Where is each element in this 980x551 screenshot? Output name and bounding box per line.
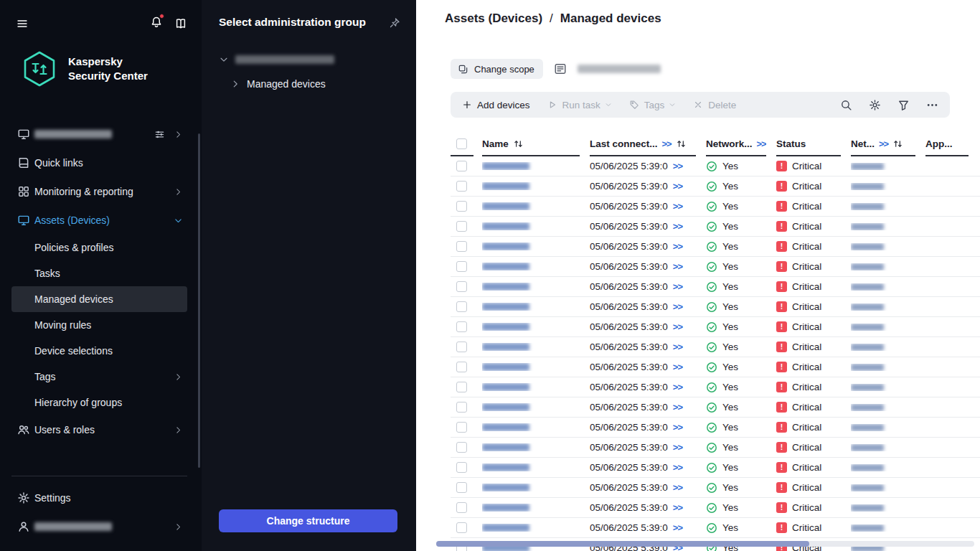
gear-icon[interactable] — [869, 99, 881, 111]
sort-icon[interactable] — [676, 138, 687, 149]
sidebar-item-quick-links[interactable]: Quick links — [11, 149, 187, 177]
row-checkbox[interactable] — [456, 462, 467, 473]
row-checkbox[interactable] — [456, 522, 467, 533]
expand-cell-link[interactable]: >> — [673, 382, 682, 392]
add-devices-button[interactable]: Add devices — [453, 92, 539, 118]
col-header-last-connected[interactable]: Last connect... — [590, 138, 658, 149]
device-name-redacted[interactable] — [482, 303, 529, 311]
expand-cell-link[interactable]: >> — [673, 321, 682, 332]
search-icon[interactable] — [840, 99, 852, 111]
expand-column-link[interactable]: >> — [662, 138, 672, 149]
sidebar-item-monitoring-reporting[interactable]: Monitoring & reporting — [11, 177, 187, 206]
device-name-redacted[interactable] — [482, 323, 529, 331]
row-checkbox[interactable] — [456, 362, 467, 372]
row-checkbox[interactable] — [456, 321, 467, 332]
row-checkbox[interactable] — [456, 201, 467, 212]
expand-cell-link[interactable]: >> — [673, 241, 682, 252]
device-name-redacted[interactable] — [482, 403, 529, 411]
more-options-icon[interactable] — [926, 99, 938, 111]
sidebar-item-assets-devices[interactable]: Assets (Devices) — [11, 206, 187, 235]
sidebar-item-managed-devices[interactable]: Managed devices — [11, 286, 187, 312]
tree-node-managed-devices[interactable]: Managed devices — [202, 72, 416, 96]
delete-button[interactable]: Delete — [684, 92, 745, 118]
row-checkbox[interactable] — [456, 241, 467, 252]
notifications-button[interactable] — [150, 16, 163, 31]
device-name-redacted[interactable] — [482, 423, 529, 431]
sidebar-item-users-roles[interactable]: Users & roles — [11, 415, 187, 444]
sidebar-item-policies-profiles[interactable]: Policies & profiles — [11, 235, 187, 260]
change-scope-button[interactable]: Change scope — [451, 59, 543, 79]
row-checkbox[interactable] — [456, 301, 467, 312]
device-name-redacted[interactable] — [482, 484, 529, 491]
expand-cell-link[interactable]: >> — [673, 402, 682, 413]
device-name-redacted[interactable] — [482, 263, 529, 270]
pin-icon[interactable] — [389, 17, 400, 29]
expand-column-link[interactable]: >> — [757, 138, 766, 149]
expand-cell-link[interactable]: >> — [673, 261, 682, 272]
tree-node-server[interactable] — [202, 47, 416, 72]
expand-cell-link[interactable]: >> — [673, 462, 682, 473]
row-checkbox[interactable] — [456, 382, 467, 392]
expand-cell-link[interactable]: >> — [673, 522, 682, 533]
col-header-app[interactable]: App... — [925, 138, 953, 149]
device-name-redacted[interactable] — [482, 504, 529, 512]
filter-icon[interactable] — [897, 99, 910, 111]
sidebar-item-hierarchy-of-groups[interactable]: Hierarchy of groups — [11, 390, 187, 415]
device-name-redacted[interactable] — [482, 363, 529, 371]
expand-cell-link[interactable]: >> — [673, 442, 682, 453]
device-name-redacted[interactable] — [482, 383, 529, 391]
expand-cell-link[interactable]: >> — [673, 502, 682, 513]
sidebar-item-moving-rules[interactable]: Moving rules — [11, 312, 187, 338]
row-checkbox[interactable] — [456, 502, 467, 513]
device-name-redacted[interactable] — [482, 222, 529, 230]
col-header-status[interactable]: Status — [776, 138, 806, 149]
expand-cell-link[interactable]: >> — [673, 161, 682, 171]
sort-icon[interactable] — [513, 138, 524, 149]
tags-button[interactable]: Tags — [621, 92, 685, 118]
device-name-redacted[interactable] — [482, 463, 529, 471]
sidebar-scrollbar[interactable] — [198, 133, 200, 468]
horizontal-scrollbar-thumb[interactable] — [436, 541, 809, 547]
expand-cell-link[interactable]: >> — [673, 301, 682, 312]
row-checkbox[interactable] — [456, 402, 467, 413]
row-checkbox[interactable] — [456, 281, 467, 292]
row-checkbox[interactable] — [456, 422, 467, 433]
documentation-icon[interactable] — [174, 17, 187, 30]
run-task-button[interactable]: Run task — [539, 92, 621, 118]
device-name-redacted[interactable] — [482, 283, 529, 291]
row-checkbox[interactable] — [456, 221, 467, 232]
col-header-name[interactable]: Name — [482, 138, 509, 149]
device-name-redacted[interactable] — [482, 162, 529, 170]
row-checkbox[interactable] — [456, 261, 467, 272]
device-name-redacted[interactable] — [482, 202, 529, 210]
sidebar-item-redacted[interactable] — [11, 512, 187, 541]
expand-cell-link[interactable]: >> — [673, 342, 682, 352]
hamburger-menu-icon[interactable] — [16, 18, 29, 29]
sidebar-item-settings[interactable]: Settings — [11, 484, 187, 512]
breadcrumb-parent[interactable]: Assets (Devices) — [445, 11, 542, 26]
device-name-redacted[interactable] — [482, 443, 529, 451]
expand-cell-link[interactable]: >> — [673, 422, 682, 433]
row-checkbox[interactable] — [456, 442, 467, 453]
expand-cell-link[interactable]: >> — [673, 201, 682, 212]
device-name-redacted[interactable] — [482, 182, 529, 190]
row-checkbox[interactable] — [456, 482, 467, 493]
row-checkbox[interactable] — [456, 181, 467, 192]
col-header-net[interactable]: Net... — [851, 138, 875, 149]
expand-cell-link[interactable]: >> — [673, 281, 682, 292]
sidebar-item-tags[interactable]: Tags — [11, 364, 187, 390]
expand-cell-link[interactable]: >> — [673, 181, 682, 192]
sort-icon[interactable] — [892, 138, 903, 149]
device-name-redacted[interactable] — [482, 524, 529, 532]
sidebar-item-tasks[interactable]: Tasks — [11, 260, 187, 286]
sidebar-item-device-selections[interactable]: Device selections — [11, 338, 187, 364]
expand-cell-link[interactable]: >> — [673, 362, 682, 372]
sidebar-item-redacted[interactable] — [11, 120, 187, 149]
col-header-network[interactable]: Network... — [706, 138, 753, 149]
device-name-redacted[interactable] — [482, 343, 529, 351]
expand-cell-link[interactable]: >> — [673, 221, 682, 232]
device-name-redacted[interactable] — [482, 242, 529, 250]
change-structure-button[interactable]: Change structure — [219, 509, 397, 532]
expand-cell-link[interactable]: >> — [673, 482, 682, 493]
select-all-checkbox[interactable] — [456, 138, 467, 149]
